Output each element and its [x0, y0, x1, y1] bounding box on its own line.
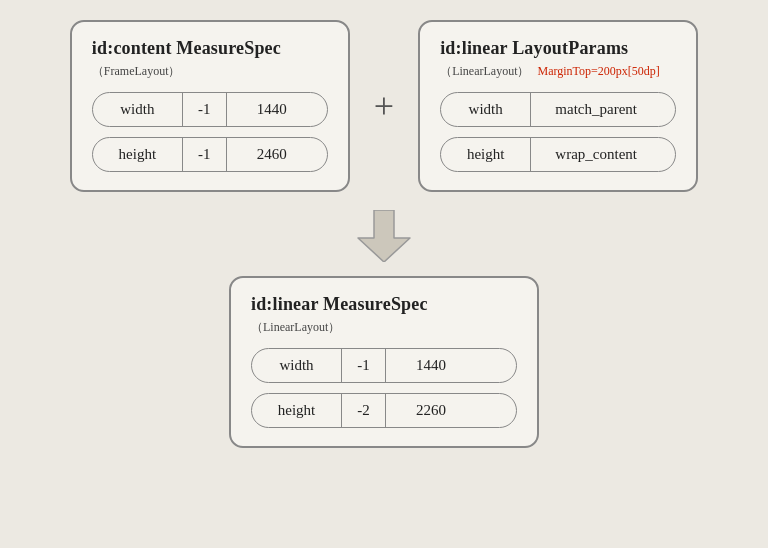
bottom-subtitle: （LinearLayout） [251, 319, 517, 336]
height-label: height [93, 138, 183, 171]
arrow-down-icon [352, 210, 416, 262]
b-width-label: width [252, 349, 342, 382]
top-left-card: id:content MeasureSpec （FrameLayout） wid… [70, 20, 350, 192]
height-value: 2460 [227, 138, 317, 171]
width-label: width [93, 93, 183, 126]
b-width-num: -1 [342, 349, 386, 382]
bottom-title: id:linear MeasureSpec [251, 294, 517, 315]
top-right-card: id:linear LayoutParams （LinearLayout） Ma… [418, 20, 698, 192]
bottom-row-width: width -1 1440 [251, 348, 517, 383]
bottom-row-height: height -2 2260 [251, 393, 517, 428]
b-height-value: 2260 [386, 394, 476, 427]
tr-width-label: width [441, 93, 531, 126]
top-left-row-width: width -1 1440 [92, 92, 328, 127]
b-height-label: height [252, 394, 342, 427]
plus-sign: + [374, 85, 394, 127]
b-height-num: -2 [342, 394, 386, 427]
arrow-container [352, 210, 416, 262]
width-value: 1440 [227, 93, 317, 126]
top-left-row-height: height -1 2460 [92, 137, 328, 172]
top-left-title: id:content MeasureSpec [92, 38, 328, 59]
tr-height-value: wrap_content [531, 138, 661, 171]
margin-label: MarginTop=200px[50dp] [537, 64, 659, 79]
bottom-card: id:linear MeasureSpec （LinearLayout） wid… [229, 276, 539, 448]
top-right-row-height: height wrap_content [440, 137, 676, 172]
b-width-value: 1440 [386, 349, 476, 382]
height-num: -1 [183, 138, 227, 171]
tr-width-value: match_parent [531, 93, 661, 126]
top-right-row-width: width match_parent [440, 92, 676, 127]
tr-height-label: height [441, 138, 531, 171]
width-num: -1 [183, 93, 227, 126]
svg-marker-0 [358, 210, 410, 262]
top-left-subtitle: （FrameLayout） [92, 63, 328, 80]
top-right-title: id:linear LayoutParams [440, 38, 676, 59]
top-right-subtitle: （LinearLayout） MarginTop=200px[50dp] [440, 63, 676, 80]
